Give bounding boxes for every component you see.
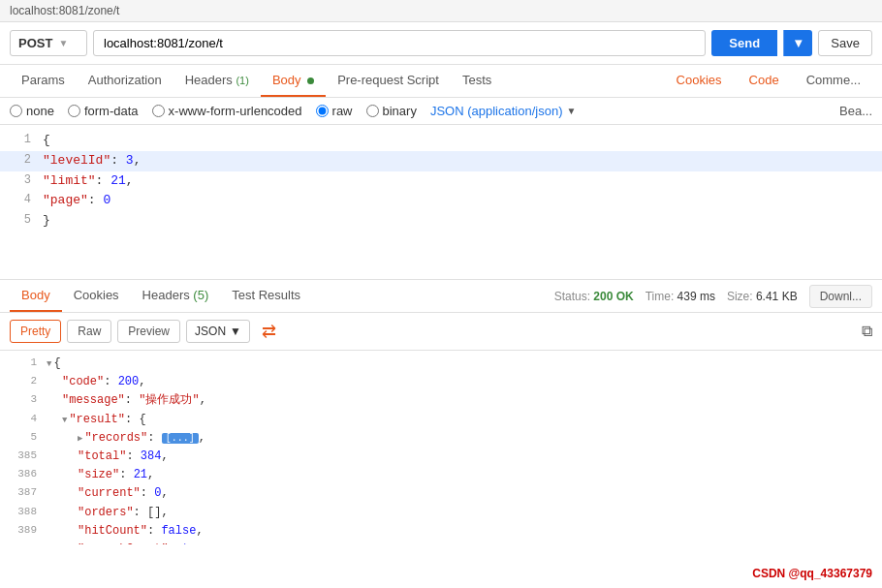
url-bar: POST ▼ Send ▼ Save xyxy=(0,22,882,65)
resp-line-3: 3 "message": "操作成功", xyxy=(0,391,882,410)
tab-authorization[interactable]: Authorization xyxy=(77,65,173,97)
resp-line-5: 5 ▶"records": [...], xyxy=(0,429,882,448)
resp-line-4: 4 ▼"result": { xyxy=(0,411,882,429)
response-toolbar: Pretty Raw Preview JSON ▼ ⇄ ⧉ xyxy=(0,313,882,351)
tab-body[interactable]: Body xyxy=(261,65,326,97)
body-dot xyxy=(307,77,314,84)
response-tabs: Body Cookies Headers (5) Test Results St… xyxy=(0,280,882,313)
format-chevron-icon: ▼ xyxy=(230,325,241,338)
resp-line-388: 388 "orders": [], xyxy=(0,504,882,522)
tab-comments[interactable]: Comme... xyxy=(795,65,872,97)
code-line-2: 2 "levelId": 3, xyxy=(0,151,882,171)
response-tab-headers[interactable]: Headers (5) xyxy=(131,280,221,312)
pretty-button[interactable]: Pretty xyxy=(10,320,61,343)
response-body: 1 ▼{ 2 "code": 200, 3 "message": "操作成功",… xyxy=(0,351,882,544)
copy-icon[interactable]: ⧉ xyxy=(862,323,872,340)
right-tabs: Cookies Code Comme... xyxy=(665,65,872,97)
send-button[interactable]: Send xyxy=(711,30,777,56)
response-tab-testresults[interactable]: Test Results xyxy=(220,280,312,312)
option-urlencoded[interactable]: x-www-form-urlencoded xyxy=(152,104,302,118)
option-none[interactable]: none xyxy=(10,104,54,118)
status-bar: Status: 200 OK Time: 439 ms Size: 6.41 K… xyxy=(554,285,872,308)
resp-line-389: 389 "hitCount": false, xyxy=(0,522,882,541)
preview-button[interactable]: Preview xyxy=(117,320,180,343)
response-section: Body Cookies Headers (5) Test Results St… xyxy=(0,280,882,544)
code-line-4: 4 "page": 0 xyxy=(0,191,882,211)
resp-line-2: 2 "code": 200, xyxy=(0,373,882,391)
option-formdata[interactable]: form-data xyxy=(68,104,139,118)
response-tab-body[interactable]: Body xyxy=(10,280,62,312)
response-tab-cookies[interactable]: Cookies xyxy=(62,280,131,312)
code-line-3: 3 "limit": 21, xyxy=(0,171,882,192)
url-input[interactable] xyxy=(93,30,706,56)
tab-prerequest[interactable]: Pre-request Script xyxy=(326,65,451,97)
response-size: 6.41 KB xyxy=(756,290,798,303)
code-line-5: 5 } xyxy=(0,211,882,232)
bear-label: Bea... xyxy=(839,104,872,118)
tab-tests[interactable]: Tests xyxy=(451,65,503,97)
body-options: none form-data x-www-form-urlencoded raw… xyxy=(0,98,882,125)
tab-code[interactable]: Code xyxy=(738,65,791,97)
collapse-icon-1[interactable]: ▼ xyxy=(47,357,51,371)
resp-line-387: 387 "current": 0, xyxy=(0,484,882,503)
code-line-1: 1 { xyxy=(0,131,882,151)
resp-line-385: 385 "total": 384, xyxy=(0,448,882,466)
response-time: 439 ms xyxy=(677,290,715,303)
save-button[interactable]: Save xyxy=(818,30,872,56)
method-select[interactable]: POST ▼ xyxy=(10,30,87,56)
format-select[interactable]: JSON ▼ xyxy=(186,320,250,343)
title-bar: localhost:8081/zone/t xyxy=(0,0,882,22)
resp-line-390: 390 "searchCount": true, xyxy=(0,541,882,544)
request-tabs: Params Authorization Headers (1) Body Pr… xyxy=(0,65,882,98)
window-url: localhost:8081/zone/t xyxy=(10,4,119,17)
status-code: 200 OK xyxy=(593,290,633,303)
wrap-icon[interactable]: ⇄ xyxy=(256,319,282,344)
tab-params[interactable]: Params xyxy=(10,65,77,97)
option-raw[interactable]: raw xyxy=(316,104,353,118)
send-dropdown-button[interactable]: ▼ xyxy=(783,30,812,56)
resp-line-1: 1 ▼{ xyxy=(0,355,882,373)
tab-headers[interactable]: Headers (1) xyxy=(173,65,261,97)
request-code-editor: 1 { 2 "levelId": 3, 3 "limit": 21, 4 "pa… xyxy=(0,125,882,280)
json-format-select[interactable]: JSON (application/json) ▼ xyxy=(430,104,576,118)
tab-cookies[interactable]: Cookies xyxy=(665,65,734,97)
method-text: POST xyxy=(18,36,52,50)
raw-button[interactable]: Raw xyxy=(67,320,111,343)
json-chevron-icon: ▼ xyxy=(566,106,576,116)
collapse-icon-5[interactable]: ▶ xyxy=(78,432,82,446)
collapse-icon-4[interactable]: ▼ xyxy=(62,414,67,427)
option-binary[interactable]: binary xyxy=(366,104,417,118)
resp-line-386: 386 "size": 21, xyxy=(0,466,882,484)
method-chevron-icon: ▼ xyxy=(58,38,68,48)
download-button[interactable]: Downl... xyxy=(809,285,872,308)
